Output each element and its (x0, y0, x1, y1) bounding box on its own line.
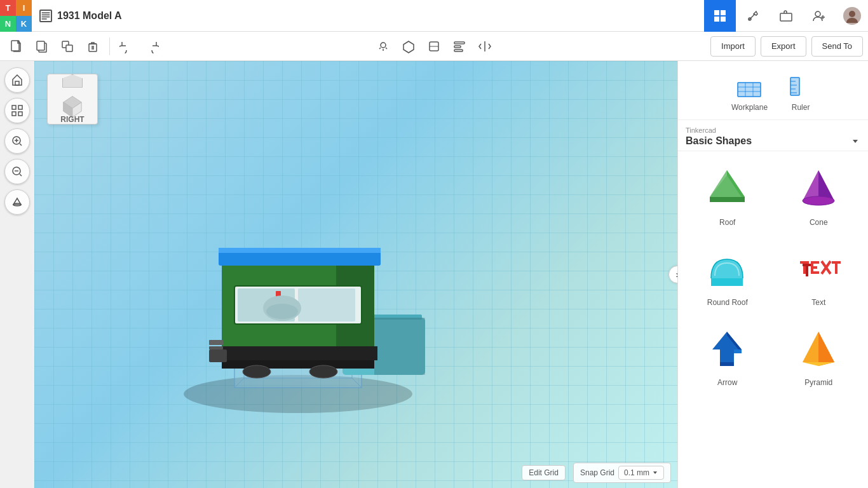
svg-rect-56 (222, 346, 377, 360)
shape-item-text[interactable]: Text (776, 238, 862, 313)
import-button[interactable]: Import (710, 36, 756, 57)
svg-marker-99 (720, 362, 734, 366)
library-category: Tinkercad (686, 126, 860, 134)
roof-icon (702, 163, 753, 214)
workplane-icon (735, 71, 763, 99)
round-roof-label: Round Roof (707, 298, 748, 307)
train-svg (158, 121, 489, 426)
svg-rect-86 (806, 264, 808, 276)
svg-marker-62 (653, 471, 657, 474)
round-roof-icon (702, 243, 753, 294)
svg-rect-7 (721, 17, 726, 22)
shape-item-roof[interactable]: Roof (684, 158, 771, 233)
redo-button[interactable] (140, 35, 163, 58)
svg-rect-15 (37, 41, 44, 50)
svg-rect-21 (454, 42, 465, 44)
panel-tools: Workplane Ruler (678, 61, 868, 120)
pyramid-label: Pyramid (804, 378, 832, 387)
svg-point-58 (309, 365, 337, 378)
svg-rect-82 (711, 278, 743, 286)
grid-view-button[interactable] (704, 0, 736, 32)
arrow-label: Arrow (717, 378, 737, 387)
snap-value[interactable]: 0.1 mm (618, 466, 664, 480)
svg-rect-3 (42, 18, 47, 20)
svg-rect-27 (12, 112, 16, 116)
logo-k: K (16, 16, 32, 32)
svg-rect-84 (803, 261, 806, 274)
copy-paste-button[interactable] (31, 35, 53, 58)
shape1-button[interactable] (397, 35, 420, 58)
svg-point-57 (243, 365, 271, 378)
briefcase-button[interactable] (770, 0, 802, 32)
svg-rect-18 (89, 44, 97, 51)
ruler-tool[interactable]: Ruler (787, 71, 815, 112)
3d-model[interactable] (158, 121, 489, 428)
shape-item-arrow[interactable]: Arrow (684, 318, 771, 393)
svg-rect-90 (811, 271, 819, 274)
home-button[interactable] (4, 67, 30, 93)
view-cube[interactable]: RIGHT (47, 74, 98, 125)
shape2-button[interactable] (423, 35, 445, 58)
svg-rect-61 (209, 346, 223, 349)
text-icon (793, 243, 844, 294)
svg-point-52 (266, 304, 298, 319)
shape-item-pyramid[interactable]: Pyramid (776, 318, 862, 393)
svg-rect-60 (209, 340, 223, 345)
light-button[interactable] (372, 35, 395, 58)
svg-marker-76 (710, 197, 745, 202)
snap-grid-info: Snap Grid 0.1 mm (573, 463, 671, 483)
title-area: 1931 Model A (32, 10, 130, 22)
canvas-area[interactable]: RIGHT (34, 61, 677, 488)
shape-library-header: Tinkercad Basic Shapes (678, 120, 868, 151)
roof-label: Roof (719, 218, 735, 227)
svg-rect-88 (811, 261, 819, 264)
export-button[interactable]: Export (761, 36, 806, 57)
logo-n: N (0, 16, 16, 32)
svg-rect-49 (298, 288, 355, 322)
svg-marker-103 (818, 332, 834, 366)
fit-view-button[interactable] (4, 98, 30, 123)
shape-item-round-roof[interactable]: Round Roof (684, 238, 771, 313)
zoom-out-button[interactable] (4, 159, 30, 184)
workplane-tool[interactable]: Workplane (731, 71, 768, 112)
new-button[interactable] (5, 35, 28, 58)
shape-item-cone[interactable]: Cone (776, 158, 862, 233)
logo-i: I (16, 0, 32, 16)
snap-grid-label: Snap Grid (580, 468, 614, 477)
project-list-icon[interactable] (39, 10, 52, 22)
perspective-button[interactable] (4, 189, 30, 215)
svg-rect-2 (42, 16, 50, 17)
svg-rect-25 (12, 105, 16, 109)
undo-button[interactable] (115, 35, 138, 58)
svg-rect-23 (454, 50, 463, 51)
duplicate-button[interactable] (56, 35, 79, 58)
add-user-button[interactable] (803, 0, 835, 32)
ruler-icon (787, 71, 815, 99)
library-name: Basic Shapes (686, 135, 752, 147)
ruler-label: Ruler (792, 103, 810, 112)
delete-button[interactable] (81, 35, 104, 58)
svg-rect-4 (714, 10, 719, 15)
cone-icon (793, 163, 844, 214)
toolbar-right: Import Export Send To (710, 32, 868, 61)
svg-rect-44 (374, 318, 425, 375)
profile-button[interactable] (836, 0, 868, 32)
flip-button[interactable] (473, 35, 496, 58)
toolbar-center (372, 35, 496, 58)
svg-rect-94 (835, 261, 837, 274)
zoom-in-button[interactable] (4, 128, 30, 154)
svg-rect-0 (42, 12, 50, 13)
project-title[interactable]: 1931 Model A (57, 10, 122, 22)
cone-label: Cone (810, 218, 828, 227)
svg-point-10 (815, 11, 820, 17)
svg-rect-54 (219, 248, 381, 253)
align-button[interactable] (448, 35, 471, 58)
edit-grid-button[interactable]: Edit Grid (522, 465, 566, 480)
library-dropdown[interactable]: Basic Shapes (686, 135, 860, 147)
sendto-button[interactable]: Send To (811, 36, 863, 57)
tools-button[interactable] (737, 0, 769, 32)
text-label: Text (811, 298, 825, 307)
left-sidebar (0, 61, 34, 488)
app-logo[interactable]: T I N K (0, 0, 32, 32)
shapes-grid: Roof Cone (678, 151, 868, 488)
